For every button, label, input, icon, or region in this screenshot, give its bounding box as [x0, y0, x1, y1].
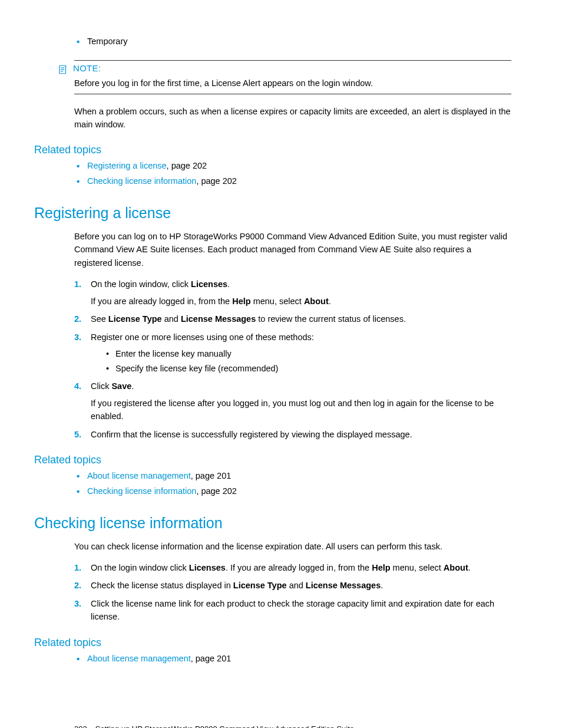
list-item: About license management, page 201: [74, 470, 511, 483]
text: to review the current status of licenses…: [256, 314, 406, 324]
text: Check the license status displayed in: [91, 581, 233, 590]
text: Register one or more licenses using one …: [91, 332, 314, 342]
related-suffix: , page 202: [167, 161, 207, 170]
page-footer: 202Setting up HP StorageWorks P9000 Comm…: [74, 724, 511, 728]
related-link[interactable]: Checking license information: [87, 486, 196, 496]
text: Enter the license key manually: [115, 349, 232, 358]
text: menu, select: [391, 563, 444, 572]
chapter-title: Setting up HP StorageWorks P9000 Command…: [95, 724, 354, 728]
step-1-sub: If you are already logged in, from the H…: [91, 295, 511, 308]
text: . If you are already logged in, from the: [226, 563, 372, 572]
related-topics-list-2: About license management, page 201 Check…: [34, 470, 511, 498]
bold-text: Help: [372, 563, 390, 572]
step-3-sublist: Enter the license key manually Specify t…: [105, 347, 511, 375]
bold-text: License Type: [233, 581, 287, 590]
registering-intro: Before you can log on to HP StorageWorks…: [74, 230, 511, 269]
related-topics-heading: Related topics: [34, 637, 511, 649]
note-top-rule: [74, 60, 511, 61]
related-link[interactable]: Checking license information: [87, 176, 196, 186]
text: Confirm that the license is successfully…: [91, 430, 412, 439]
bullet-text: Temporary: [87, 37, 128, 46]
text: and: [162, 314, 181, 324]
registering-steps: On the login window, click Licenses. If …: [74, 278, 511, 441]
note-body: Before you log in for the first time, a …: [74, 77, 511, 90]
text: Click the license name link for each pro…: [91, 599, 494, 621]
text: Specify the license key file (recommende…: [115, 364, 278, 373]
registering-heading: Registering a license: [34, 205, 511, 222]
related-link[interactable]: Registering a license: [87, 161, 167, 170]
related-suffix: , page 202: [196, 486, 237, 496]
step-1: On the login window, click Licenses. If …: [74, 278, 511, 308]
note-header: NOTE:: [58, 63, 511, 75]
step-4: Click Save. If you registered the licens…: [74, 380, 511, 423]
bold-text: Help: [232, 297, 250, 306]
text: Click: [91, 381, 111, 391]
bold-text: Save: [111, 381, 131, 391]
list-item: Registering a license, page 202: [74, 160, 511, 173]
text: See: [91, 314, 108, 324]
list-item: Temporary: [74, 35, 511, 48]
text: On the login window click: [91, 563, 189, 572]
list-item: Enter the license key manually: [105, 347, 511, 360]
bold-text: Licenses: [191, 279, 227, 289]
list-item: About license management, page 201: [74, 653, 511, 666]
list-item: Specify the license key file (recommende…: [105, 362, 511, 375]
related-suffix: , page 201: [191, 471, 232, 480]
checking-steps: On the login window click Licenses. If y…: [74, 561, 511, 624]
document-page: Temporary NOTE: Before you log in for th…: [0, 0, 562, 728]
checking-intro: You can check license information and th…: [74, 540, 511, 553]
note-label: NOTE:: [73, 63, 101, 73]
bold-text: License Type: [108, 314, 162, 324]
page-number: 202: [74, 724, 87, 728]
text: .: [381, 581, 383, 590]
step-2: See License Type and License Messages to…: [74, 312, 511, 325]
step-3: Click the license name link for each pro…: [74, 597, 511, 624]
text: menu, select: [251, 297, 304, 306]
related-topics-heading: Related topics: [34, 144, 511, 156]
step-1: On the login window click Licenses. If y…: [74, 561, 511, 574]
text: .: [468, 563, 471, 572]
note-block: NOTE: Before you log in for the first ti…: [74, 60, 511, 94]
list-item: Checking license information, page 202: [74, 175, 511, 188]
step-3: Register one or more licenses using one …: [74, 331, 511, 375]
bold-text: License Messages: [181, 314, 256, 324]
bold-text: Licenses: [189, 563, 226, 572]
related-topics-heading: Related topics: [34, 454, 511, 466]
note-icon: [58, 64, 68, 75]
related-suffix: , page 201: [191, 654, 232, 663]
list-item: Checking license information, page 202: [74, 485, 511, 498]
step-2: Check the license status displayed in Li…: [74, 579, 511, 592]
step-4-sub: If you registered the license after you …: [91, 397, 511, 423]
bold-text: License Messages: [306, 581, 381, 590]
related-topics-list-3: About license management, page 201: [34, 653, 511, 666]
text: If you are already logged in, from the: [91, 297, 232, 306]
text: On the login window, click: [91, 279, 191, 289]
bold-text: About: [304, 297, 329, 306]
text: and: [287, 581, 306, 590]
text: .: [131, 381, 134, 391]
note-bottom-rule: [74, 94, 511, 94]
text: .: [329, 297, 331, 306]
related-suffix: , page 202: [196, 176, 237, 186]
step-5: Confirm that the license is successfully…: [74, 428, 511, 441]
text: .: [227, 279, 230, 289]
related-link[interactable]: About license management: [87, 654, 191, 663]
problem-paragraph: When a problem occurs, such as when a li…: [74, 105, 511, 131]
temporary-list: Temporary: [34, 35, 511, 48]
related-topics-list-1: Registering a license, page 202 Checking…: [34, 160, 511, 188]
related-link[interactable]: About license management: [87, 471, 191, 480]
bold-text: About: [444, 563, 468, 572]
checking-heading: Checking license information: [34, 515, 511, 532]
